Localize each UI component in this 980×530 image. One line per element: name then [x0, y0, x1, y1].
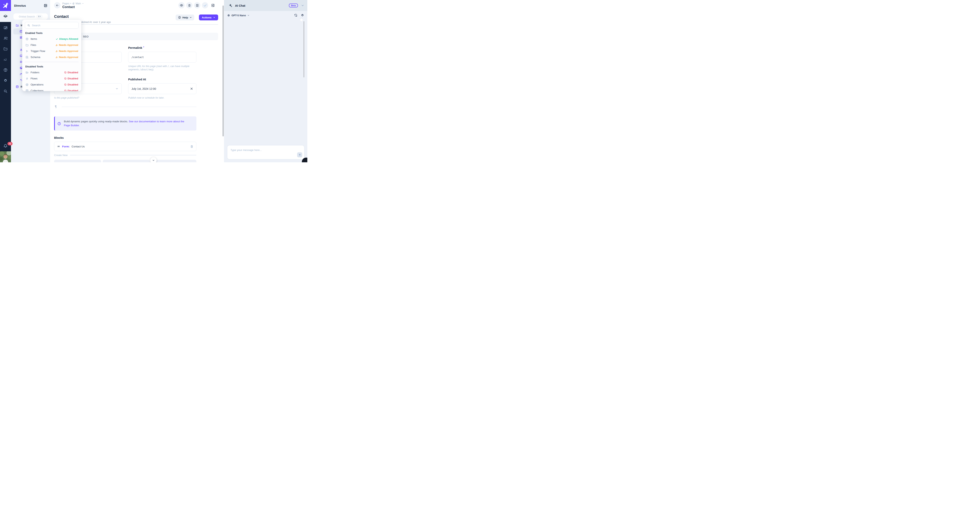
popup-divider [25, 62, 79, 62]
edit-icon [3, 25, 8, 30]
tool-row-operations[interactable]: Operations Disabled [25, 81, 79, 88]
tool-row-items[interactable]: Items Always Allowed [25, 36, 79, 42]
scroll-down-button[interactable] [150, 157, 157, 162]
collapse-sidebar-icon[interactable] [44, 4, 48, 8]
field-note: Publish now or schedule for later. [128, 96, 196, 100]
blocked-icon [64, 77, 67, 80]
project-name: Directus [14, 4, 44, 7]
published-at-input[interactable]: July 1st, 2024 12:00 [128, 83, 196, 94]
block-delete-icon[interactable] [190, 145, 194, 148]
actions-button[interactable]: Actions [199, 14, 218, 21]
ai-chat-title: AI Chat [235, 4, 286, 7]
chevron-down-icon [189, 16, 192, 19]
tool-status-approval: Needs Approval [56, 56, 78, 59]
open-folder-icon [25, 71, 29, 74]
required-star-icon [143, 46, 145, 48]
pilcrow-icon: ¶ [55, 105, 57, 109]
send-message-button[interactable] [297, 152, 302, 158]
tools-search-field[interactable] [32, 24, 76, 27]
lightning-icon [25, 77, 29, 80]
preview-button[interactable] [178, 2, 185, 8]
chevron-down-icon[interactable] [115, 87, 118, 90]
global-search-input[interactable]: Global Search ⌘K [13, 13, 48, 20]
ai-settings-gear-icon[interactable] [301, 14, 304, 17]
archive-button[interactable] [194, 2, 200, 8]
clear-icon[interactable] [190, 87, 193, 90]
search-icon [3, 89, 8, 93]
module-settings[interactable] [0, 75, 11, 86]
field-label: Permalink [128, 46, 196, 49]
bell-icon: 72 [3, 143, 8, 148]
chevron-down-icon[interactable] [247, 14, 250, 16]
archive-icon [196, 4, 199, 7]
tools-search-input[interactable] [25, 22, 79, 29]
field-published-at: Published At July 1st, 2024 12:00 Publis… [128, 78, 196, 100]
breadcrumb-collection[interactable]: Pages [62, 2, 69, 5]
permalink-input-field[interactable] [132, 56, 193, 59]
search-icon [27, 24, 30, 27]
tool-row-schema[interactable]: Schema Needs Approval [25, 54, 79, 60]
trash-icon [188, 4, 191, 7]
clear-history-icon[interactable] [294, 14, 298, 17]
module-insights[interactable] [0, 54, 11, 65]
notifications-button[interactable]: 72 [0, 140, 11, 151]
check-icon [203, 3, 207, 7]
header-actions [178, 2, 216, 8]
approval-icon [56, 56, 58, 59]
block-title[interactable]: Contact Us [72, 145, 85, 148]
help-button[interactable]: Help [176, 14, 194, 21]
new-block-option[interactable] [152, 160, 196, 162]
module-files[interactable] [0, 43, 11, 54]
save-button[interactable] [202, 2, 208, 8]
module-help[interactable] [0, 65, 11, 75]
block-type-label[interactable]: Form: [62, 145, 70, 148]
ai-chat-header: AI Chat Beta [224, 0, 307, 11]
user-avatar[interactable] [0, 151, 11, 162]
ai-chat-panel: AI Chat Beta GPT-5 Nano [224, 0, 307, 162]
arrow-up-icon [298, 153, 301, 156]
tool-status-disabled: Disabled [64, 77, 78, 80]
tool-row-flows[interactable]: Flows Disabled [25, 75, 79, 81]
folder-icon [3, 47, 8, 51]
tool-status-approval: Needs Approval [56, 43, 78, 46]
nav-header: Directus [11, 0, 50, 11]
tool-row-folders[interactable]: Folders Disabled [25, 69, 79, 75]
drag-handle-icon[interactable] [57, 145, 60, 148]
chevron-down-icon[interactable] [301, 4, 304, 7]
tool-row-trigger-flow[interactable]: Trigger Flow Needs Approval [25, 48, 79, 54]
chat-message-input[interactable]: Type your message here... [228, 145, 304, 159]
beta-badge: Beta [289, 3, 298, 8]
create-new-label[interactable]: Create New [54, 154, 68, 157]
folder-star-icon [16, 24, 19, 27]
tool-row-files[interactable]: Files Needs Approval [25, 42, 79, 48]
ai-tools-popup: Enabled Tools Items Always Allowed Files… [22, 20, 81, 91]
back-button[interactable] [54, 2, 60, 8]
module-users[interactable] [0, 33, 11, 43]
enabled-tools-heading: Enabled Tools [25, 32, 78, 35]
new-block-option[interactable] [54, 160, 101, 162]
tool-row-collections[interactable]: Collections Disabled [25, 88, 79, 91]
page-title: Contact [62, 5, 75, 9]
module-editor[interactable] [0, 22, 11, 33]
tool-status-allowed: Always Allowed [56, 37, 78, 40]
new-block-option[interactable] [103, 160, 150, 162]
caret-down-icon[interactable] [82, 3, 84, 5]
model-selector[interactable]: GPT-5 Nano [231, 14, 246, 17]
field-note: Unique URL for this page (start with /, … [128, 65, 196, 72]
check-icon [56, 38, 58, 40]
breadcrumb-version[interactable]: Main [76, 2, 81, 5]
sidebar-right-icon [211, 3, 215, 7]
permalink-input[interactable] [128, 52, 196, 62]
toggle-right-sidebar-button[interactable] [210, 2, 216, 8]
bolt-circle-icon [25, 83, 29, 86]
popup-scrollbar-thumb[interactable] [304, 21, 304, 77]
module-content[interactable] [0, 11, 11, 22]
module-search[interactable] [0, 86, 11, 96]
chevron-down-icon [213, 16, 215, 19]
main-scrollbar-thumb[interactable] [223, 5, 224, 137]
database-icon [25, 89, 29, 91]
block-row[interactable]: Form: Contact Us [54, 142, 196, 151]
schema-icon [25, 56, 29, 59]
delete-button[interactable] [186, 2, 192, 8]
directus-logo[interactable] [0, 0, 11, 11]
